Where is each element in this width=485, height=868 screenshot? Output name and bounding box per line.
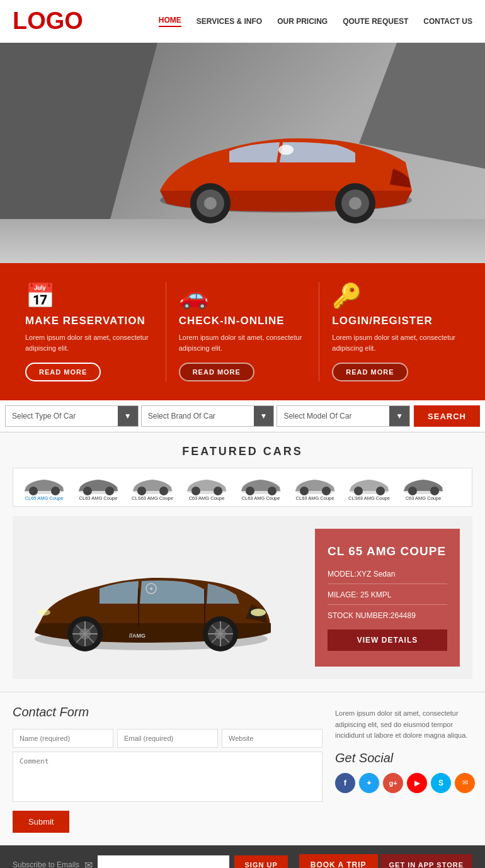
form-row-1	[13, 729, 322, 748]
social-icons-row: f ✦ g+ ▶ S ✉	[335, 773, 475, 793]
brand-chevron-icon: ▼	[254, 406, 274, 426]
app-store-button[interactable]: GET IN APP STORE	[380, 854, 473, 868]
checkin-title: CHECK-IN-ONLINE	[179, 315, 307, 327]
car-milage: MILAGE: 25 KMPL	[328, 590, 447, 605]
svg-point-54	[38, 609, 50, 616]
svg-point-53	[251, 609, 266, 616]
svg-point-13	[105, 487, 114, 495]
nav: HOME SERVICES & INFO OUR PRICING QOUTE R…	[159, 16, 472, 27]
checkin-desc: Lorem ipsum dolor sit amet, consectetur …	[179, 332, 307, 353]
red-section: 📅 MAKE RESERVATION Lorem ipsum dolor sit…	[0, 263, 485, 400]
youtube-icon[interactable]: ▶	[407, 773, 427, 793]
reservation-desc: Lorem ipsum dolor sit amet, consectetur …	[25, 332, 153, 353]
website-input[interactable]	[222, 729, 322, 748]
model-select[interactable]: Select Model Of Car ▼	[277, 405, 410, 427]
login-desc: Lorem ipsum dolor sit amet, consectetur …	[332, 332, 460, 353]
svg-point-31	[430, 487, 439, 495]
model-select-label: Select Model Of Car	[277, 406, 389, 426]
reservation-icon: 📅	[25, 282, 153, 310]
hero-car	[141, 99, 431, 232]
car-detail-image: //AMG ✦	[25, 538, 302, 657]
thumb-0-label: CL65 AMG Coupe	[25, 495, 64, 501]
svg-point-25	[322, 487, 331, 495]
red-col-reservation: 📅 MAKE RESERVATION Lorem ipsum dolor sit…	[13, 282, 166, 381]
thumb-7-label: C63 AMG Coupe	[406, 495, 442, 501]
svg-point-7	[278, 145, 294, 155]
svg-point-18	[191, 487, 200, 495]
login-title: LOGIN/REGISTER	[332, 315, 460, 327]
car-name: CL 65 AMG COUPE	[328, 544, 447, 558]
reservation-read-more[interactable]: READ MORE	[25, 363, 101, 381]
brand-select[interactable]: Select Brand Of Car ▼	[141, 405, 275, 427]
reservation-title: MAKE RESERVATION	[25, 315, 153, 327]
svg-point-19	[214, 487, 222, 495]
rss-icon[interactable]: ✉	[455, 773, 475, 793]
thumb-2-label: CLS63 AMG Coupe	[132, 495, 173, 501]
checkin-read-more[interactable]: READ MORE	[179, 363, 254, 381]
thumb-6[interactable]: CLS63 AMG Coupe	[343, 473, 395, 501]
subscribe-label: Subscribe to Emails	[13, 860, 79, 868]
svg-point-28	[376, 487, 385, 495]
nav-quote[interactable]: QOUTE REQUEST	[343, 17, 408, 26]
logo: LOGO	[13, 8, 83, 35]
thumb-2[interactable]: CLS63 AMG Coupe	[127, 473, 178, 501]
nav-contact[interactable]: CONTACT US	[423, 17, 472, 26]
featured-title: FEATURED CARS	[13, 445, 472, 458]
nav-services[interactable]: SERVICES & INFO	[197, 17, 262, 26]
thumb-4-label: CL63 AMG Coupe	[242, 495, 280, 501]
car-stock: STOCK NUMBER:264489	[328, 611, 447, 620]
book-trip-button[interactable]: BOOK A TRIP	[299, 854, 378, 868]
contact-social-section: Contact Form Submit Lorem ipsum dolor si…	[0, 692, 485, 845]
googleplus-icon[interactable]: g+	[383, 773, 403, 793]
name-input[interactable]	[13, 729, 113, 748]
get-social-title: Get Social	[335, 751, 475, 765]
svg-point-30	[408, 487, 417, 495]
checkin-icon: 🚗	[179, 282, 307, 310]
type-select-label: Select Type Of Car	[6, 406, 118, 426]
model-chevron-icon: ▼	[389, 406, 409, 426]
svg-point-6	[349, 197, 362, 210]
twitter-icon[interactable]: ✦	[359, 773, 379, 793]
svg-point-24	[300, 487, 309, 495]
svg-point-10	[51, 487, 60, 495]
svg-point-15	[137, 487, 146, 495]
car-thumbnails: CL65 AMG Coupe CL63 AMG Coupe CLS63 AMG …	[13, 468, 472, 507]
contact-form-area: Contact Form Submit	[13, 705, 322, 833]
login-read-more[interactable]: READ MORE	[332, 363, 408, 381]
search-button[interactable]: SEARCH	[414, 405, 480, 427]
hero-section	[0, 43, 485, 263]
svg-point-21	[246, 487, 254, 495]
contact-form-title: Contact Form	[13, 705, 322, 719]
svg-point-22	[268, 487, 277, 495]
featured-section: FEATURED CARS CL65 AMG Coupe CL63 AMG Co…	[0, 432, 485, 692]
thumb-3-label: C63 AMG Coupe	[189, 495, 225, 501]
car-info-panel: CL 65 AMG COUPE MODEL:XYZ Sedan MILAGE: …	[315, 529, 460, 667]
car-detail: //AMG ✦	[13, 516, 472, 679]
nav-pricing[interactable]: OUR PRICING	[277, 17, 328, 26]
search-bar: Select Type Of Car ▼ Select Brand Of Car…	[0, 400, 485, 432]
thumb-0[interactable]: CL65 AMG Coupe	[18, 473, 70, 501]
facebook-icon[interactable]: f	[335, 773, 355, 793]
footer-cta-buttons: BOOK A TRIP GET IN APP STORE	[299, 854, 472, 868]
svg-point-9	[29, 487, 38, 495]
svg-point-16	[159, 487, 168, 495]
subscribe-input[interactable]	[98, 855, 229, 868]
thumb-5[interactable]: CL63 AMG Coupe	[289, 473, 341, 501]
red-col-checkin: 🚗 CHECK-IN-ONLINE Lorem ipsum dolor sit …	[166, 282, 320, 381]
svg-point-27	[354, 487, 363, 495]
thumb-7[interactable]: C63 AMG Coupe	[397, 473, 449, 501]
skype-icon[interactable]: S	[431, 773, 451, 793]
thumb-4[interactable]: CL63 AMG Coupe	[235, 473, 287, 501]
view-details-button[interactable]: VIEW DETAILS	[328, 629, 447, 651]
email-input[interactable]	[117, 729, 218, 748]
submit-button[interactable]: Submit	[13, 811, 69, 833]
social-section: Lorem ipsum dolor sit amet, consectetur …	[335, 705, 475, 833]
comment-textarea[interactable]	[13, 752, 322, 802]
nav-home[interactable]: HOME	[159, 16, 181, 27]
signup-button[interactable]: SIGN UP	[234, 855, 287, 868]
thumb-1[interactable]: CL63 AMG Coupe	[72, 473, 124, 501]
thumb-3[interactable]: C63 AMG Coupe	[181, 473, 232, 501]
red-col-login: 🔑 LOGIN/REGISTER Lorem ipsum dolor sit a…	[319, 282, 472, 381]
type-select[interactable]: Select Type Of Car ▼	[5, 405, 139, 427]
svg-point-3	[204, 197, 217, 210]
